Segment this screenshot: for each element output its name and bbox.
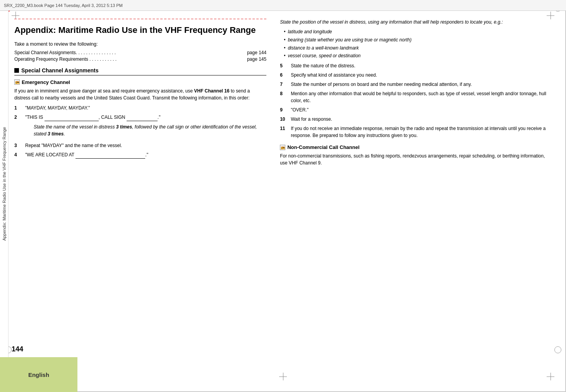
step-5: 5 State the nature of the distress. [280,62,551,69]
step-2-italic: State the name of the vessel in distress… [34,123,266,137]
bullet-vessel-course: vessel course, speed or destination [284,53,551,59]
step-2-content: "THIS IS , CALL SIGN ." State the name o… [25,114,266,140]
right-intro-italic: State the position of the vessel in dist… [280,19,551,26]
sidebar-tab: Appendix: Maritime Radio Use in the VHF … [0,11,9,357]
section1-heading-text: Special Channel Assignments [21,67,98,74]
right-steps: 5 State the nature of the distress. 6 Sp… [280,62,551,139]
step-4: 4 "WE ARE LOCATED AT ." [14,151,266,159]
step-8-num: 8 [280,90,287,104]
bullet-latitude: latitude and longitude [284,29,551,35]
position-bullet-list: latitude and longitude bearing (state wh… [284,29,551,59]
sidebar-tab-label: Appendix: Maritime Radio Use in the VHF … [2,127,7,241]
page-title: Appendix: Maritime Radio Use in the VHF … [14,25,266,36]
intro-text: Take a moment to review the following: [14,41,266,47]
step-11-text: If you do not receive an immediate respo… [291,125,551,139]
dotted-separator [14,19,266,19]
step-2-num: 2 [14,114,21,140]
step-9-text: "OVER." [291,106,551,113]
bullet-vessel-course-text: vessel course, speed or destination [288,53,360,59]
step-5-text: State the nature of the distress. [291,62,551,69]
bullet-distance: distance to a well-known landmark [284,45,551,51]
toc-entry-2: Operating Frequency Requirements . . . .… [14,56,266,62]
step-6-num: 6 [280,72,287,79]
step-4-num: 4 [14,151,21,159]
left-column: Appendix: Maritime Radio Use in the VHF … [9,11,276,392]
step-7: 7 State the number of persons on board a… [280,81,551,88]
step-5-num: 5 [280,62,287,69]
step-3: 3 Repeat "MAYDAY" and the name of the ve… [14,142,266,149]
step-6: 6 Specify what kind of assistance you ne… [280,72,551,79]
toc-text-1: Special Channel Assignments. . . . . . .… [14,50,116,55]
blank-location [75,151,145,159]
toc-page-2: page 145 [247,56,266,62]
blank-vessel-name [45,114,99,121]
step-4-text: "WE ARE LOCATED AT ." [25,151,266,159]
step-9-num: 9 [280,106,287,113]
section1-heading: Special Channel Assignments [14,67,266,75]
emergency-steps: 1 "MAYDAY, MAYDAY, MAYDAY." 2 "THIS IS ,… [14,104,266,159]
bullet-bearing: bearing (state whether you are using tru… [284,37,551,43]
step-1-text: "MAYDAY, MAYDAY, MAYDAY." [25,104,266,111]
bullet-bearing-text: bearing (state whether you are using tru… [288,37,412,43]
emergency-body: If you are in imminent and grave danger … [14,87,266,101]
emergency-heading-text: Emergency Channel [22,79,70,85]
header-bar: SRX_2200_M3.book Page 144 Tuesday, April… [0,0,566,11]
toc-page-1: page 144 [247,50,266,55]
step-3-num: 3 [14,142,21,149]
step-11-num: 11 [280,125,287,139]
step-1: 1 "MAYDAY, MAYDAY, MAYDAY." [14,104,266,111]
blank-call-sign [127,114,158,121]
bullet-distance-text: distance to a well-known landmark [288,45,358,51]
step-6-text: Specify what kind of assistance you need… [291,72,551,79]
step-10-num: 10 [280,116,287,123]
emergency-subheading: 📻 Emergency Channel [14,79,266,85]
right-column: State the position of the vessel in dist… [276,11,566,392]
step-10: 10 Wait for a response. [280,116,551,123]
step-7-text: State the number of persons on board and… [291,81,551,88]
step-11: 11 If you do not receive an immediate re… [280,125,551,139]
step-8: 8 Mention any other information that wou… [280,90,551,104]
step-9: 9 "OVER." [280,106,551,113]
toc-text-2: Operating Frequency Requirements . . . .… [14,56,117,62]
step-3-text: Repeat "MAYDAY" and the name of the vess… [25,142,266,149]
non-commercial-body: For non-commercial transmissions, such a… [280,152,551,166]
step-8-text: Mention any other information that would… [291,90,551,104]
section-square-icon [14,68,19,73]
toc: Special Channel Assignments. . . . . . .… [14,50,266,62]
bullet-latitude-text: latitude and longitude [288,29,332,35]
step-10-text: Wait for a response. [291,116,551,123]
non-commercial-heading-text: Non-Commercial Call Channel [287,144,359,150]
non-commercial-subheading: 📻 Non-Commercial Call Channel [280,144,551,150]
emergency-icon: 📻 [14,79,20,85]
non-commercial-icon: 📻 [280,145,285,150]
step-7-num: 7 [280,81,287,88]
step-2: 2 "THIS IS , CALL SIGN ." State the name… [14,114,266,140]
main-content: Appendix: Maritime Radio Use in the VHF … [9,11,566,392]
step-1-num: 1 [14,104,21,111]
header-text: SRX_2200_M3.book Page 144 Tuesday, April… [4,3,123,8]
toc-entry-1: Special Channel Assignments. . . . . . .… [14,50,266,55]
